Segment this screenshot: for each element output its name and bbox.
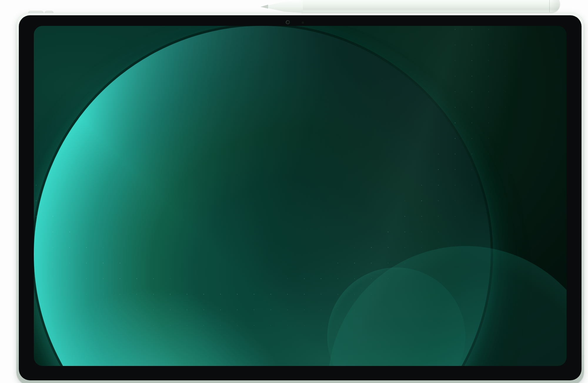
light-sensor [302,21,304,24]
stylus-nib [260,4,268,9]
stylus-cap-seam [549,0,550,12]
product-photo-stage [0,0,588,383]
front-camera [286,20,290,24]
screen-bezel [19,15,582,380]
tablet-screen [34,26,567,366]
s-pen-stylus [260,0,562,14]
tablet-device [16,13,584,383]
stylus-body [301,0,560,13]
screen-reflection [34,26,567,366]
